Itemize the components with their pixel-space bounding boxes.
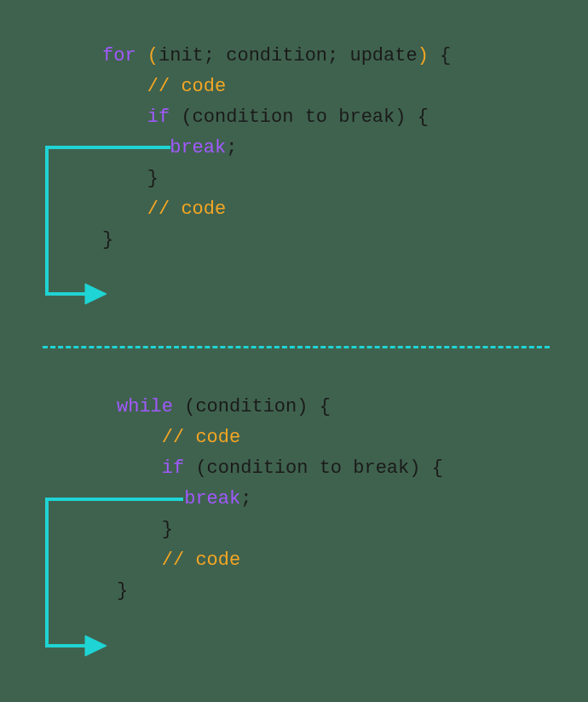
if-condition: (condition to break) { xyxy=(170,106,429,128)
semicolon: ; xyxy=(240,488,251,509)
comment: // code xyxy=(162,427,240,448)
code-line: if (condition to break) { xyxy=(117,453,443,484)
code-line: if (condition to break) { xyxy=(102,102,451,133)
break-flow-arrow xyxy=(38,141,175,307)
for-args: init; condition; update xyxy=(159,45,418,66)
break-flow-arrow xyxy=(38,492,187,659)
code-line: while (condition) { xyxy=(117,392,443,423)
svg-marker-0 xyxy=(85,284,107,304)
svg-marker-1 xyxy=(85,636,107,656)
brace-open: { xyxy=(429,45,451,66)
section-divider xyxy=(43,346,550,348)
code-line: // code xyxy=(117,423,443,453)
if-keyword: if xyxy=(147,106,170,128)
paren-close: ) xyxy=(418,45,429,66)
if-condition: (condition to break) { xyxy=(184,457,443,479)
comment: // code xyxy=(147,76,226,97)
while-condition: (condition) { xyxy=(173,396,331,417)
code-line: for (init; condition; update) { xyxy=(102,41,451,72)
break-keyword: break xyxy=(184,488,240,509)
break-keyword: break xyxy=(170,137,226,158)
while-keyword: while xyxy=(117,396,173,417)
if-keyword: if xyxy=(162,457,184,479)
code-line: // code xyxy=(102,72,451,102)
paren-open: ( xyxy=(136,45,159,66)
for-keyword: for xyxy=(102,45,136,66)
semicolon: ; xyxy=(226,137,237,158)
